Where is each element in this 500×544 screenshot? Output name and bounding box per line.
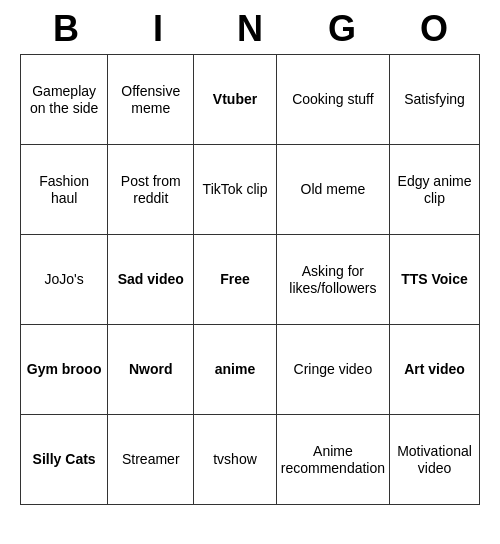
bingo-cell: Silly Cats (21, 415, 108, 505)
title-letter: N (204, 8, 296, 50)
bingo-cell: Motivational video (390, 415, 480, 505)
bingo-cell: Offensive meme (108, 55, 194, 145)
bingo-cell: anime (194, 325, 276, 415)
bingo-grid: Gameplay on the sideOffensive memeVtuber… (20, 54, 480, 505)
bingo-cell: Nword (108, 325, 194, 415)
bingo-cell: Gym brooo (21, 325, 108, 415)
bingo-cell: Cooking stuff (276, 55, 389, 145)
bingo-title: BINGO (20, 0, 480, 54)
bingo-cell: Edgy anime clip (390, 145, 480, 235)
bingo-cell: Vtuber (194, 55, 276, 145)
bingo-cell: Satisfying (390, 55, 480, 145)
title-letter: O (388, 8, 480, 50)
bingo-cell: Sad video (108, 235, 194, 325)
bingo-cell: JoJo's (21, 235, 108, 325)
bingo-cell: Asking for likes/followers (276, 235, 389, 325)
bingo-cell: TTS Voice (390, 235, 480, 325)
title-letter: G (296, 8, 388, 50)
title-letter: I (112, 8, 204, 50)
bingo-cell: Art video (390, 325, 480, 415)
bingo-cell: tvshow (194, 415, 276, 505)
bingo-cell: Fashion haul (21, 145, 108, 235)
bingo-cell: Cringe video (276, 325, 389, 415)
bingo-cell: Gameplay on the side (21, 55, 108, 145)
bingo-cell: TikTok clip (194, 145, 276, 235)
title-letter: B (20, 8, 112, 50)
bingo-cell: Post from reddit (108, 145, 194, 235)
bingo-cell: Old meme (276, 145, 389, 235)
bingo-cell: Streamer (108, 415, 194, 505)
bingo-cell: Free (194, 235, 276, 325)
bingo-cell: Anime recommendation (276, 415, 389, 505)
